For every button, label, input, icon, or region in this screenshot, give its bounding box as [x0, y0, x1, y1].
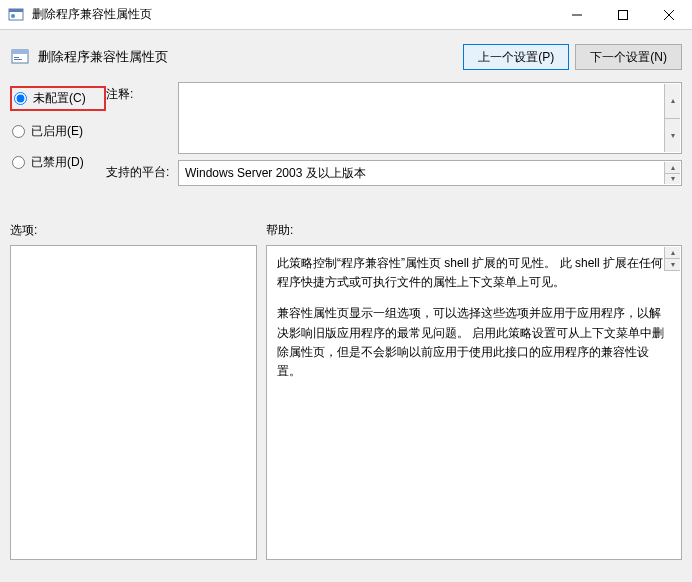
platform-spinner[interactable]: ▴▾	[664, 162, 680, 184]
radio-enabled-label: 已启用(E)	[31, 123, 83, 140]
svg-rect-8	[12, 50, 28, 54]
help-label: 帮助:	[266, 222, 682, 239]
page-title: 删除程序兼容性属性页	[38, 48, 168, 66]
svg-rect-4	[619, 10, 628, 19]
radio-not-configured-input[interactable]	[14, 92, 27, 105]
maximize-button[interactable]	[600, 0, 646, 29]
radio-enabled[interactable]: 已启用(E)	[10, 121, 106, 142]
svg-rect-1	[9, 9, 23, 12]
platform-field: Windows Server 2003 及以上版本 ▴▾	[178, 160, 682, 186]
radio-not-configured-label: 未配置(C)	[33, 90, 86, 107]
radio-not-configured[interactable]: 未配置(C)	[10, 86, 106, 111]
platform-label: 支持的平台:	[106, 160, 178, 186]
radio-disabled-input[interactable]	[12, 156, 25, 169]
prev-setting-button[interactable]: 上一个设置(P)	[463, 44, 569, 70]
comment-spinner[interactable]: ▴▾	[664, 84, 680, 152]
svg-point-2	[11, 14, 15, 18]
comment-label: 注释:	[106, 82, 178, 154]
radio-disabled[interactable]: 已禁用(D)	[10, 152, 106, 173]
options-label: 选项:	[10, 222, 266, 239]
next-setting-button[interactable]: 下一个设置(N)	[575, 44, 682, 70]
titlebar: 删除程序兼容性属性页	[0, 0, 692, 30]
help-paragraph-2: 兼容性属性页显示一组选项，可以选择这些选项并应用于应用程序，以解决影响旧版应用程…	[277, 304, 671, 381]
state-radio-group: 未配置(C) 已启用(E) 已禁用(D)	[10, 82, 106, 192]
page-icon	[10, 47, 30, 67]
help-spinner[interactable]: ▴▾	[664, 247, 680, 271]
svg-rect-10	[14, 59, 22, 60]
help-panel: ▴▾ 此策略控制“程序兼容性”属性页 shell 扩展的可见性。 此 shell…	[266, 245, 682, 560]
help-paragraph-1: 此策略控制“程序兼容性”属性页 shell 扩展的可见性。 此 shell 扩展…	[277, 254, 671, 292]
minimize-button[interactable]	[554, 0, 600, 29]
window-title: 删除程序兼容性属性页	[32, 6, 554, 23]
policy-icon	[8, 7, 24, 23]
header-row: 删除程序兼容性属性页 上一个设置(P) 下一个设置(N)	[0, 30, 692, 80]
comment-textarea[interactable]: ▴▾	[178, 82, 682, 154]
radio-disabled-label: 已禁用(D)	[31, 154, 84, 171]
window-controls	[554, 0, 692, 29]
close-button[interactable]	[646, 0, 692, 29]
platform-value: Windows Server 2003 及以上版本	[185, 165, 366, 182]
radio-enabled-input[interactable]	[12, 125, 25, 138]
svg-rect-9	[14, 57, 19, 58]
options-panel	[10, 245, 257, 560]
